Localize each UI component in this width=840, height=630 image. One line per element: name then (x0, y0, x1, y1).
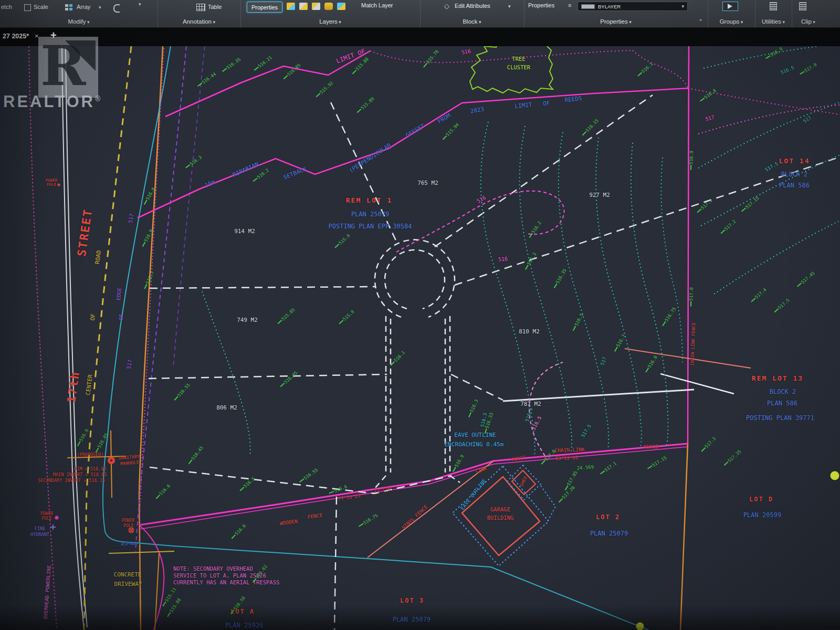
panel-option-icon[interactable]: ▾ (139, 2, 141, 7)
plan-number: PLAN 25079 (590, 530, 628, 537)
spot-elevation: 516.75 (664, 307, 677, 322)
lot-area: 765 M2 (417, 180, 438, 186)
panel-expander-icon[interactable]: » (699, 17, 702, 23)
manhole-label: MANHOLE (120, 460, 139, 466)
riparian-label: LIMIT (514, 102, 532, 109)
manhole-label: MAIN INVERT = 516.03 (53, 472, 107, 477)
fence-label: VINYL FENCE (401, 504, 428, 530)
riparian-label: (PERPENDICULAR (348, 142, 392, 174)
plan-number: PLAN 25079 (393, 616, 430, 623)
ribbon-group-layers[interactable]: Layers (240, 18, 420, 25)
plan-number: PLAN 586 (779, 182, 810, 188)
ribbon-group-properties[interactable]: Properties (524, 18, 708, 25)
bearing-label: 77°51'25" (338, 493, 364, 502)
spot-elevation: 516.35 (555, 268, 568, 285)
close-tab-icon[interactable]: × (35, 32, 39, 40)
contour-label: 516 (476, 195, 487, 204)
contour-label: 517 (600, 356, 607, 366)
building-label: SHED (519, 476, 528, 487)
spot-elevation: 516.5 (574, 313, 584, 327)
spot-elevation: 516.9 (770, 47, 783, 58)
ribbon-group-groups[interactable]: Groups (708, 18, 755, 25)
tree-cluster-label: CLUSTER (507, 65, 530, 70)
layer-match-icon[interactable] (287, 3, 295, 10)
utility-label: POLE (41, 517, 51, 521)
note-text: NOTE: SECONDARY OVERHEAD (173, 566, 253, 572)
spot-elevation: 516.2 (256, 168, 269, 180)
surface-label: DRIVEWAY (114, 581, 142, 587)
spot-elevation: 516.9 (454, 454, 465, 468)
lot-name: LOT D (749, 496, 773, 502)
plan-number: PLAN 25079 (351, 211, 389, 217)
spot-elevation: 515.85 (281, 308, 296, 322)
spot-elevation: 516.6 (159, 484, 171, 496)
layer-state-icon[interactable] (299, 3, 308, 10)
array-button[interactable]: Array (77, 4, 90, 10)
map-label-layer: 17thSTREETCENTEROFROADEDGEOF517517OVERHE… (0, 0, 840, 630)
building-label: BUILDING (487, 515, 514, 521)
spot-elevation: 517.1 (700, 198, 713, 210)
fence-label: WOODEN (279, 519, 298, 526)
fence-label: CHAIN LINK FENCE (690, 322, 696, 365)
group-selection-icon[interactable] (722, 2, 738, 11)
street-name: STREET (76, 208, 94, 257)
riparian-label: REEDS (564, 96, 582, 103)
plan-number: BLOCK 2 (770, 388, 796, 395)
riparian-label: OFFSET (405, 123, 426, 139)
ribbon-group-utilities[interactable]: Utilities (755, 18, 792, 25)
layer-freeze-icon[interactable] (312, 3, 320, 10)
fence-label: FENCE (511, 455, 526, 463)
layer-select-value: BYLAYER (598, 4, 678, 9)
edit-attributes-button[interactable]: Edit Attributes (455, 3, 490, 9)
scale-button[interactable]: Scale (34, 4, 48, 10)
calculator-icon[interactable] (770, 2, 777, 10)
contour-label: 517.5 (764, 161, 779, 172)
stretch-button[interactable]: etch (1, 4, 12, 10)
ribbon-panel-clipboard: Clip (792, 0, 840, 27)
riparian-label: SETBACK (282, 166, 307, 181)
properties-highlighted-button[interactable]: Properties (247, 2, 282, 13)
layer-color-chip (581, 4, 595, 9)
spot-elevation: 517.45 (801, 271, 816, 285)
ribbon-group-annotation[interactable]: Annotation (158, 18, 240, 25)
spot-elevation: 516.2 (531, 220, 542, 234)
road-edge-label: OF (118, 314, 124, 321)
dropdown-caret-icon: ▾ (681, 4, 684, 9)
array-dropdown-icon[interactable]: ▾ (99, 5, 101, 10)
spot-elevation: 516.55 (177, 383, 191, 398)
spot-elevation: 517.05 (566, 470, 579, 487)
ribbon-panel-utilities: Utilities (755, 0, 792, 27)
plan-number: POSTING PLAN EPP 30584 (329, 223, 412, 229)
spot-elevation: 516.55 (303, 468, 319, 481)
spot-elevation: 516.1 (641, 61, 654, 74)
spot-elevation: 516.85 (97, 433, 109, 449)
fence-label: LINK (475, 466, 487, 475)
table-button[interactable]: Table (208, 4, 222, 10)
ribbon-group-modify[interactable]: Modify (0, 18, 158, 25)
eave-label: EAVE OUTLINE (460, 478, 487, 511)
utility-label: POLE (123, 524, 133, 528)
plan-number: PLAN 25926 (225, 622, 263, 628)
manhole-label: (PROPOSED) (77, 453, 103, 457)
match-layer-button[interactable]: Match Layer (361, 2, 393, 8)
drawing-file-tab[interactable]: 27 2025* (3, 33, 29, 40)
new-tab-icon[interactable]: + (50, 29, 57, 41)
spot-elevation: 515.88 (355, 57, 369, 71)
lot-area: 927 M2 (589, 192, 610, 198)
fillet-icon[interactable] (113, 4, 120, 13)
utility-label: POWER (122, 519, 134, 523)
layer-lock-icon[interactable] (324, 3, 333, 10)
spot-elevation: 516.9 (689, 151, 694, 164)
plan-number: PLAN 20599 (743, 512, 781, 518)
spot-elevation: 517.2 (724, 219, 737, 231)
cad-application-window: 17thSTREETCENTEROFROADEDGEOF517517OVERHE… (0, 0, 840, 630)
layer-off-icon[interactable] (337, 3, 345, 10)
ribbon-group-block[interactable]: Block (420, 18, 524, 25)
lot-name: LOT 14 (779, 158, 810, 164)
ribbon-group-clipboard[interactable]: Clip (792, 18, 840, 25)
bearing-label: 83°53'05" (555, 456, 581, 461)
road-edge-label: EDGE (116, 288, 122, 301)
contour-label: 516.5 (780, 66, 795, 75)
edit-attributes-dropdown-icon[interactable]: ▾ (508, 4, 511, 9)
layer-select-dropdown[interactable]: BYLAYER ▾ (578, 2, 688, 11)
